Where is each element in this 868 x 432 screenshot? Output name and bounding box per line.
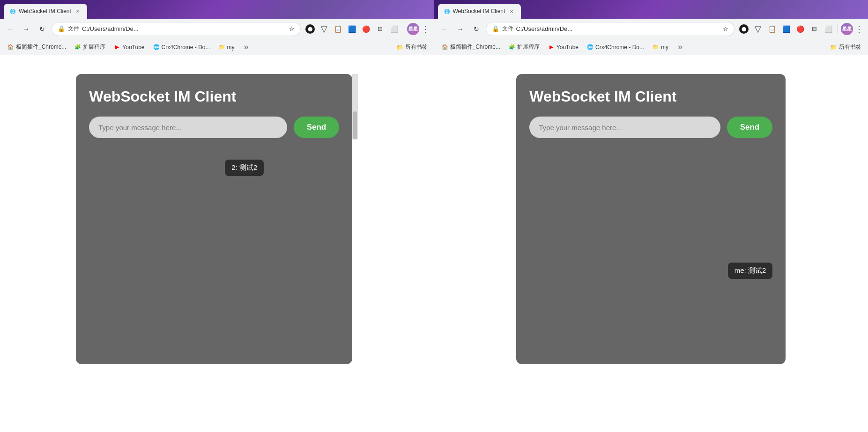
tab-close-left[interactable]: ✕ <box>74 7 82 15</box>
message-area-left: 2: 测试2 <box>89 146 339 286</box>
bookmarks-all-right[interactable]: 📁 所有书签 <box>827 43 864 51</box>
file-label-right: 文件 <box>502 25 513 33</box>
im-title-right: WebSocket IM Client <box>529 88 772 105</box>
send-button-left[interactable]: Send <box>294 117 340 138</box>
ext5-right[interactable]: ⬜ <box>822 22 835 36</box>
address-bar-right[interactable]: 🔒 文件 C:/Users/admin/De... ☆ <box>486 22 735 36</box>
page-content-left: WebSocket IM Client Send 2: 测试2 <box>0 55 434 432</box>
bookmark-youtube-right[interactable]: ▶ YouTube <box>544 42 582 53</box>
bookmark-favicon-jijian-left: 🏠 <box>7 44 14 51</box>
bookmarks-bar-left: 🏠 极简插件_Chrome... 🧩 扩展程序 ▶ YouTube 🌐 Crx4… <box>0 39 434 55</box>
bookmark-jijian-left[interactable]: 🏠 极简插件_Chrome... <box>4 42 70 53</box>
bookmark-youtube-left[interactable]: ▶ YouTube <box>110 42 148 53</box>
bookmark-jijian-right[interactable]: 🏠 极简插件_Chrome... <box>438 42 504 53</box>
bookmark-label-yt-left: YouTube <box>122 44 144 51</box>
scroll-thumb-left[interactable] <box>353 111 357 139</box>
circle-btn-right[interactable]: ⬤ <box>737 22 750 36</box>
bookmark-my-right[interactable]: 📁 my <box>649 42 672 53</box>
send-button-right[interactable]: Send <box>727 117 773 138</box>
ext1-icon-left: 📋 <box>334 25 342 33</box>
ext3-left[interactable]: 🔴 <box>360 22 373 36</box>
bookmark-favicon-yt-right: ▶ <box>548 44 555 51</box>
bookmark-crx4-left[interactable]: 🌐 Crx4Chrome - Do... <box>149 42 214 53</box>
tab-right[interactable]: 🌐 WebSocket IM Client ✕ <box>438 4 521 19</box>
tab-favicon-left: 🌐 <box>9 8 16 15</box>
bookmark-label-my-left: my <box>227 44 235 51</box>
bookmarks-all-label-left: 所有书签 <box>405 43 428 51</box>
reload-button-left[interactable]: ↻ <box>36 22 49 36</box>
tab-title-right: WebSocket IM Client <box>453 8 505 15</box>
dropdown-btn-right[interactable]: ▽ <box>751 22 764 36</box>
back-button-left[interactable]: ← <box>4 22 17 36</box>
tab-title-left: WebSocket IM Client <box>19 8 71 15</box>
bookmark-favicon-ext-right: 🧩 <box>509 44 515 51</box>
ext5-icon-right: ⬜ <box>824 25 832 33</box>
address-bar-left[interactable]: 🔒 文件 C:/Users/admin/De... ☆ <box>52 22 301 36</box>
ext2-left[interactable]: 🟦 <box>346 22 359 36</box>
menu-dots-right[interactable]: ⋮ <box>855 24 863 34</box>
folder-icon-right: 📁 <box>830 44 837 51</box>
ext2-right[interactable]: 🟦 <box>779 22 793 36</box>
toolbar-right: ← → ↻ 🔒 文件 C:/Users/admin/De... ☆ ⬤ ▽ <box>434 19 868 39</box>
ext4-icon-left: ⊟ <box>378 25 383 32</box>
ext1-left[interactable]: 📋 <box>332 22 345 36</box>
bookmarks-all-label-right: 所有书签 <box>839 43 861 51</box>
ext5-left[interactable]: ⬜ <box>388 22 401 36</box>
profile-avatar-left[interactable]: 星星 <box>407 23 419 35</box>
im-message-input-right[interactable] <box>529 117 720 138</box>
lock-icon-right: 🔒 <box>492 25 499 32</box>
browser-right: 🌐 WebSocket IM Client ✕ ← → ↻ 🔒 文件 C:/Us… <box>434 0 868 432</box>
dropdown-btn-left[interactable]: ▽ <box>318 22 331 36</box>
bookmark-label-crx-left: Crx4Chrome - Do... <box>162 44 210 51</box>
dropdown-icon-right: ▽ <box>755 24 761 34</box>
bookmarks-all-left[interactable]: 📁 所有书签 <box>393 43 430 51</box>
message-bubble-right: me: 测试2 <box>728 263 773 279</box>
divider-toolbar-right <box>838 24 838 34</box>
forward-button-right[interactable]: → <box>454 22 467 36</box>
ext4-right[interactable]: ⊟ <box>808 22 821 36</box>
bookmark-crx4-right[interactable]: 🌐 Crx4Chrome - Do... <box>583 42 648 53</box>
browser-left: 🌐 WebSocket IM Client ✕ ← → ↻ 🔒 文件 C:/Us… <box>0 0 434 432</box>
ext3-icon-left: 🔴 <box>362 25 370 33</box>
message-bubble-left: 2: 测试2 <box>225 160 264 176</box>
ext1-right[interactable]: 📋 <box>765 22 779 36</box>
ext4-left[interactable]: ⊟ <box>374 22 387 36</box>
ext2-icon-right: 🟦 <box>782 25 790 33</box>
im-message-input-left[interactable] <box>89 117 287 138</box>
bookmarks-bar-right: 🏠 极简插件_Chrome... 🧩 扩展程序 ▶ YouTube 🌐 Crx4… <box>434 39 868 55</box>
im-card-right: WebSocket IM Client Send me: 测试2 <box>516 74 786 364</box>
circle-icon-right: ⬤ <box>742 27 746 31</box>
bookmark-extensions-left[interactable]: 🧩 扩展程序 <box>71 42 109 53</box>
profile-initial-left: 星星 <box>408 26 418 32</box>
file-label-left: 文件 <box>68 25 79 33</box>
profile-avatar-right[interactable]: 星星 <box>841 23 853 35</box>
bookmark-favicon-my-right: 📁 <box>653 44 659 51</box>
bookmarks-more-left[interactable]: » <box>241 42 252 52</box>
bookmark-favicon-my-left: 📁 <box>219 44 225 51</box>
reload-button-right[interactable]: ↻ <box>470 22 483 36</box>
circle-btn-left[interactable]: ⬤ <box>304 22 317 36</box>
tab-left[interactable]: 🌐 WebSocket IM Client ✕ <box>4 4 87 19</box>
bookmarks-more-right[interactable]: » <box>675 42 685 52</box>
bookmark-label-ext-right: 扩展程序 <box>517 43 540 51</box>
ext3-right[interactable]: 🔴 <box>794 22 807 36</box>
star-icon-right[interactable]: ☆ <box>723 25 728 32</box>
star-icon-left[interactable]: ☆ <box>289 25 295 32</box>
bookmark-extensions-right[interactable]: 🧩 扩展程序 <box>505 42 543 53</box>
address-text-right: C:/Users/admin/De... <box>516 25 720 32</box>
dropdown-icon-left: ▽ <box>321 24 327 34</box>
scrollbar-left[interactable] <box>352 74 358 139</box>
ext2-icon-left: 🟦 <box>348 25 356 33</box>
bookmark-my-left[interactable]: 📁 my <box>215 42 238 53</box>
message-text-right: me: 测试2 <box>734 266 766 274</box>
toolbar-left: ← → ↻ 🔒 文件 C:/Users/admin/De... ☆ ⬤ ▽ <box>0 19 434 39</box>
bookmark-favicon-jijian-right: 🏠 <box>442 44 448 51</box>
im-title-left: WebSocket IM Client <box>89 88 339 105</box>
divider-toolbar-left <box>404 24 404 34</box>
lock-icon-left: 🔒 <box>58 25 65 32</box>
back-button-right[interactable]: ← <box>438 22 451 36</box>
bookmark-label-jijian-right: 极简插件_Chrome... <box>450 43 500 51</box>
tab-close-right[interactable]: ✕ <box>508 7 515 15</box>
forward-button-left[interactable]: → <box>20 22 33 36</box>
menu-dots-left[interactable]: ⋮ <box>421 24 430 34</box>
